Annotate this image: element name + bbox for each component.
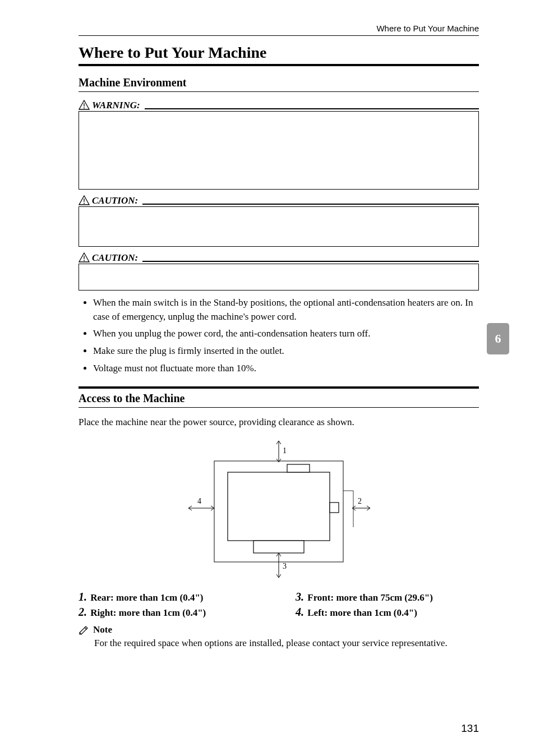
- svg-text:3: 3: [283, 562, 287, 570]
- caution-rule-2: [142, 261, 479, 262]
- svg-text:1: 1: [283, 446, 287, 455]
- legend: 1. Rear: more than 1cm (0.4") 2. Right: …: [79, 591, 479, 621]
- list-item: Make sure the plug is firmly inserted in…: [93, 344, 479, 358]
- caution-box-1: [79, 206, 479, 247]
- legend-num-4: 4.: [296, 606, 304, 618]
- svg-point-5: [84, 260, 85, 261]
- h1: Where to Put Your Machine: [79, 44, 479, 62]
- caution-label-row-2: CAUTION:: [79, 252, 479, 264]
- caution-label-row-1: CAUTION:: [79, 195, 479, 206]
- legend-num-1: 1.: [79, 591, 87, 603]
- caution-box-2: [79, 264, 479, 291]
- rule-h1: [79, 64, 479, 66]
- page-number: 131: [461, 722, 479, 735]
- legend-num-3: 3.: [296, 591, 304, 603]
- caution-icon-2: [79, 252, 90, 262]
- legend-text-3: Front: more than 75cm (29.6"): [307, 592, 433, 603]
- legend-item-2: 2. Right: more than 1cm (0.4"): [79, 606, 262, 619]
- svg-rect-7: [228, 472, 330, 541]
- svg-rect-9: [330, 503, 339, 513]
- caution-label-1: CAUTION:: [92, 195, 138, 206]
- rule-top: [79, 35, 479, 36]
- legend-text-2: Right: more than 1cm (0.4"): [90, 607, 206, 618]
- legend-num-2: 2.: [79, 606, 87, 618]
- h2-environment: Machine Environment: [79, 76, 479, 89]
- svg-point-1: [84, 108, 85, 109]
- rule-h2b-top: [79, 386, 479, 389]
- warning-icon: [79, 100, 90, 110]
- svg-rect-8: [287, 464, 310, 472]
- clearance-para: Place the machine near the power source,…: [79, 416, 479, 430]
- legend-text-4: Left: more than 1cm (0.4"): [307, 607, 417, 618]
- running-head: Where to Put Your Machine: [79, 24, 479, 33]
- list-item: When the main switch is in the Stand-by …: [93, 296, 479, 324]
- svg-point-3: [84, 203, 85, 204]
- warning-box: [79, 111, 479, 190]
- legend-item-1: 1. Rear: more than 1cm (0.4"): [79, 591, 262, 603]
- section-tab: 6: [487, 323, 509, 354]
- pencil-icon: [79, 625, 89, 635]
- warning-label-rule: [145, 108, 479, 109]
- rule-h2b: [79, 407, 479, 408]
- clearance-figure: 1 2 3 4: [79, 437, 479, 580]
- notes-list: When the main switch is in the Stand-by …: [79, 296, 479, 375]
- svg-text:2: 2: [358, 497, 362, 505]
- caution-rule-1: [142, 204, 479, 205]
- note-label: Note: [93, 624, 112, 635]
- caution-label-2: CAUTION:: [92, 252, 138, 264]
- legend-item-3: 3. Front: more than 75cm (29.6"): [296, 591, 479, 603]
- note-body: For the required space when options are …: [79, 637, 479, 650]
- svg-text:4: 4: [197, 497, 201, 505]
- h2-access: Access to the Machine: [79, 392, 479, 405]
- legend-item-4: 4. Left: more than 1cm (0.4"): [296, 606, 479, 619]
- caution-icon-1: [79, 195, 90, 205]
- legend-text-1: Rear: more than 1cm (0.4"): [90, 592, 203, 603]
- list-item: When you unplug the power cord, the anti…: [93, 327, 479, 341]
- note-row: Note: [79, 624, 479, 635]
- rule-h2a: [79, 91, 479, 92]
- svg-rect-10: [253, 541, 304, 553]
- warning-label: WARNING:: [92, 100, 140, 111]
- list-item: Voltage must not fluctuate more than 10%…: [93, 362, 479, 376]
- warning-label-row: WARNING:: [79, 100, 479, 111]
